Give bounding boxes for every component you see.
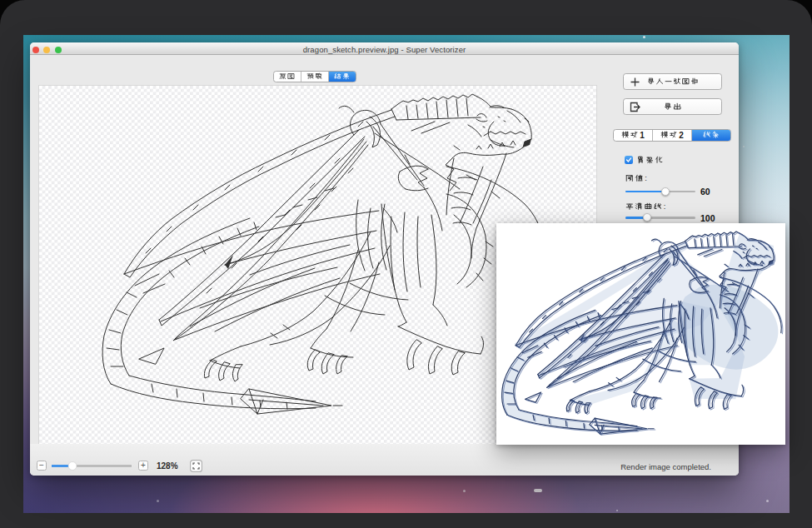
svg-text::: : [664,202,666,211]
svg-text::: : [645,174,647,182]
